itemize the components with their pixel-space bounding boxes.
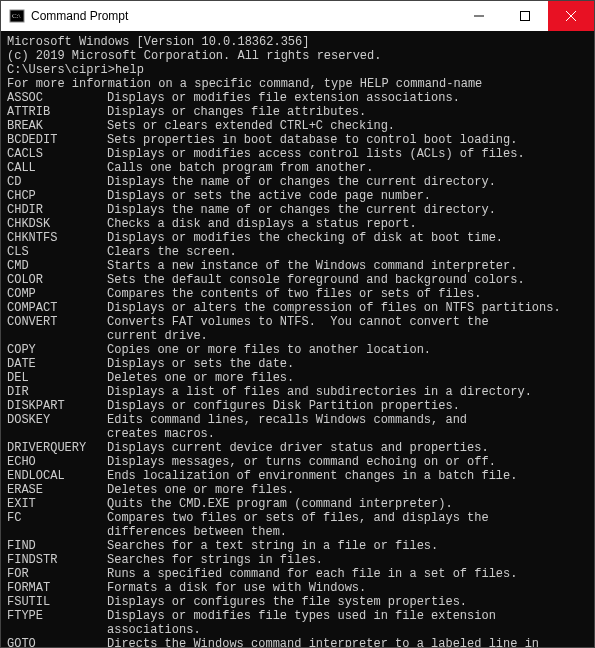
close-button[interactable] xyxy=(548,1,594,31)
command-description: Displays or configures Disk Partition pr… xyxy=(107,399,588,413)
command-name: CONVERT xyxy=(7,315,107,329)
help-entry: COMPCompares the contents of two files o… xyxy=(7,287,588,301)
command-name: CHCP xyxy=(7,189,107,203)
command-name: CMD xyxy=(7,259,107,273)
prompt-line: C:\Users\cipri>help xyxy=(7,63,588,77)
command-description: Runs a specified command for each file i… xyxy=(107,567,588,581)
command-description-cont: current drive. xyxy=(7,329,588,343)
command-name: ERASE xyxy=(7,483,107,497)
command-name: FTYPE xyxy=(7,609,107,623)
command-name: CHKDSK xyxy=(7,217,107,231)
minimize-button[interactable] xyxy=(456,1,502,31)
command-name: ENDLOCAL xyxy=(7,469,107,483)
command-description: Formats a disk for use with Windows. xyxy=(107,581,588,595)
command-description: Displays or modifies file extension asso… xyxy=(107,91,588,105)
help-entry: DOSKEYEdits command lines, recalls Windo… xyxy=(7,413,588,427)
help-entry: DIRDisplays a list of files and subdirec… xyxy=(7,385,588,399)
command-name: CD xyxy=(7,175,107,189)
help-entry: FTYPEDisplays or modifies file types use… xyxy=(7,609,588,623)
help-entry: DRIVERQUERYDisplays current device drive… xyxy=(7,441,588,455)
help-entry: CALLCalls one batch program from another… xyxy=(7,161,588,175)
titlebar[interactable]: C:\ Command Prompt xyxy=(1,1,594,31)
command-description: Sets or clears extended CTRL+C checking. xyxy=(107,119,588,133)
command-description-cont: differences between them. xyxy=(7,525,588,539)
command-name: ASSOC xyxy=(7,91,107,105)
command-description: Displays or modifies the checking of dis… xyxy=(107,231,588,245)
command-name: ATTRIB xyxy=(7,105,107,119)
command-name: EXIT xyxy=(7,497,107,511)
command-description-cont: creates macros. xyxy=(7,427,588,441)
command-description: Directs the Windows command interpreter … xyxy=(107,637,588,647)
command-name: FOR xyxy=(7,567,107,581)
command-name: CACLS xyxy=(7,147,107,161)
command-description: Calls one batch program from another. xyxy=(107,161,588,175)
command-name: COMPACT xyxy=(7,301,107,315)
help-entry: CMDStarts a new instance of the Windows … xyxy=(7,259,588,273)
command-name: FSUTIL xyxy=(7,595,107,609)
command-description: Displays or modifies file types used in … xyxy=(107,609,588,623)
help-entry: CHCPDisplays or sets the active code pag… xyxy=(7,189,588,203)
terminal-line: For more information on a specific comma… xyxy=(7,77,588,91)
command-description: Clears the screen. xyxy=(107,245,588,259)
help-entry: DELDeletes one or more files. xyxy=(7,371,588,385)
help-entry: FINDSTRSearches for strings in files. xyxy=(7,553,588,567)
command-name: CHKNTFS xyxy=(7,231,107,245)
help-entry: FORRuns a specified command for each fil… xyxy=(7,567,588,581)
help-entry: CACLSDisplays or modifies access control… xyxy=(7,147,588,161)
help-entry: GOTODirects the Windows command interpre… xyxy=(7,637,588,647)
help-entry: DISKPARTDisplays or configures Disk Part… xyxy=(7,399,588,413)
command-description: Searches for a text string in a file or … xyxy=(107,539,588,553)
help-entry: DATEDisplays or sets the date. xyxy=(7,357,588,371)
maximize-button[interactable] xyxy=(502,1,548,31)
command-name: DOSKEY xyxy=(7,413,107,427)
command-description: Displays or sets the date. xyxy=(107,357,588,371)
command-description: Compares the contents of two files or se… xyxy=(107,287,588,301)
command-description: Displays or alters the compression of fi… xyxy=(107,301,588,315)
terminal-line: (c) 2019 Microsoft Corporation. All righ… xyxy=(7,49,588,63)
command-description: Searches for strings in files. xyxy=(107,553,588,567)
help-entry: BREAKSets or clears extended CTRL+C chec… xyxy=(7,119,588,133)
help-entry: ECHODisplays messages, or turns command … xyxy=(7,455,588,469)
command-name: FORMAT xyxy=(7,581,107,595)
command-description: Displays or sets the active code page nu… xyxy=(107,189,588,203)
svg-text:C:\: C:\ xyxy=(12,12,21,20)
help-entry: CDDisplays the name of or changes the cu… xyxy=(7,175,588,189)
help-entry: ERASEDeletes one or more files. xyxy=(7,483,588,497)
window-controls xyxy=(456,1,594,31)
command-description: Displays the name of or changes the curr… xyxy=(107,203,588,217)
command-name: DIR xyxy=(7,385,107,399)
help-entry: CHKNTFSDisplays or modifies the checking… xyxy=(7,231,588,245)
command-name: DISKPART xyxy=(7,399,107,413)
command-description: Displays or modifies access control list… xyxy=(107,147,588,161)
command-description: Copies one or more files to another loca… xyxy=(107,343,588,357)
command-description: Quits the CMD.EXE program (command inter… xyxy=(107,497,588,511)
command-description: Displays or configures the file system p… xyxy=(107,595,588,609)
command-description: Deletes one or more files. xyxy=(107,483,588,497)
command-name: DRIVERQUERY xyxy=(7,441,107,455)
command-description-cont: associations. xyxy=(7,623,588,637)
command-name: BREAK xyxy=(7,119,107,133)
help-entry: ATTRIBDisplays or changes file attribute… xyxy=(7,105,588,119)
help-entry: COPYCopies one or more files to another … xyxy=(7,343,588,357)
typed-command: help xyxy=(115,63,144,77)
command-name: ECHO xyxy=(7,455,107,469)
help-entry: COLORSets the default console foreground… xyxy=(7,273,588,287)
help-entry: ASSOCDisplays or modifies file extension… xyxy=(7,91,588,105)
command-name: CLS xyxy=(7,245,107,259)
help-entry: FORMATFormats a disk for use with Window… xyxy=(7,581,588,595)
command-description: Checks a disk and displays a status repo… xyxy=(107,217,588,231)
command-description: Displays the name of or changes the curr… xyxy=(107,175,588,189)
help-entry: CONVERTConverts FAT volumes to NTFS. You… xyxy=(7,315,588,329)
command-description: Sets the default console foreground and … xyxy=(107,273,588,287)
terminal-output[interactable]: Microsoft Windows [Version 10.0.18362.35… xyxy=(1,31,594,647)
command-prompt-window: C:\ Command Prompt Microsoft Windows [Ve… xyxy=(0,0,595,648)
help-entry: CHDIRDisplays the name of or changes the… xyxy=(7,203,588,217)
command-description: Sets properties in boot database to cont… xyxy=(107,133,588,147)
command-name: COLOR xyxy=(7,273,107,287)
help-entry: COMPACTDisplays or alters the compressio… xyxy=(7,301,588,315)
command-name: CHDIR xyxy=(7,203,107,217)
help-entry: FCCompares two files or sets of files, a… xyxy=(7,511,588,525)
command-description: Starts a new instance of the Windows com… xyxy=(107,259,588,273)
command-description: Displays messages, or turns command echo… xyxy=(107,455,588,469)
command-name: DATE xyxy=(7,357,107,371)
